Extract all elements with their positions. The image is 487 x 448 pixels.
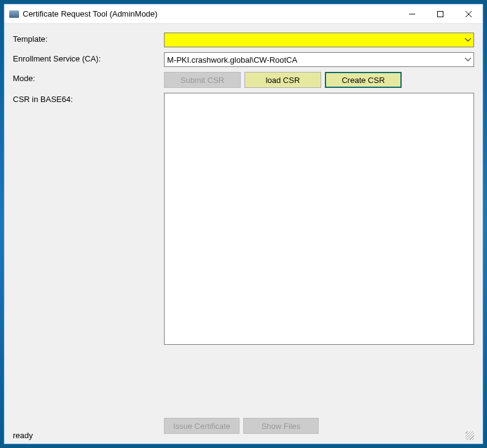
svg-rect-1	[438, 11, 443, 17]
close-icon	[466, 11, 472, 17]
app-icon	[9, 10, 19, 18]
minimize-icon	[409, 11, 415, 17]
chevron-down-icon	[465, 58, 471, 61]
window-controls	[398, 4, 483, 23]
mode-button-row: Submit CSR load CSR Create CSR	[164, 72, 474, 88]
load-csr-button[interactable]: load CSR	[244, 72, 321, 88]
chevron-down-icon	[465, 38, 471, 42]
submit-csr-button: Submit CSR	[164, 72, 241, 88]
application-window: Certificate Request Tool (AdminMode) Tem…	[4, 4, 483, 444]
create-csr-button[interactable]: Create CSR	[325, 72, 402, 88]
template-dropdown[interactable]	[164, 33, 474, 47]
close-button[interactable]	[454, 4, 483, 23]
enrollment-value: M-PKI.crashwork.global\CW-RootCA	[167, 55, 297, 65]
csr-textarea[interactable]	[164, 93, 474, 345]
status-bar: ready	[13, 431, 474, 440]
enrollment-label: Enrollment Service (CA):	[13, 52, 160, 67]
enrollment-dropdown[interactable]: M-PKI.crashwork.global\CW-RootCA	[164, 52, 474, 67]
content-area: Template: Enrollment Service (CA): M-PKI…	[4, 24, 483, 444]
maximize-icon	[437, 11, 443, 17]
resize-grip-icon[interactable]	[466, 431, 474, 440]
window-title: Certificate Request Tool (AdminMode)	[23, 9, 398, 18]
titlebar[interactable]: Certificate Request Tool (AdminMode)	[4, 4, 483, 24]
csr-textarea-wrap	[164, 93, 474, 407]
minimize-button[interactable]	[398, 4, 426, 23]
mode-label: Mode:	[13, 72, 160, 88]
csr-label: CSR in BASE64:	[13, 93, 160, 407]
status-text: ready	[13, 431, 33, 440]
maximize-button[interactable]	[426, 4, 454, 23]
template-label: Template:	[13, 33, 160, 47]
